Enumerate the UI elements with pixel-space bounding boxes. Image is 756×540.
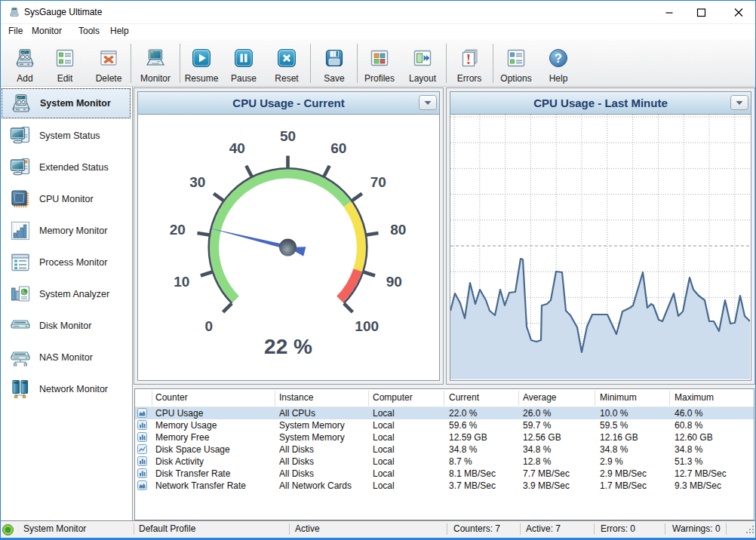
svg-text:22 %: 22 %	[264, 335, 312, 358]
svg-text:50: 50	[280, 128, 296, 144]
svg-text:40: 40	[229, 140, 245, 156]
svg-text:100: 100	[355, 318, 379, 334]
svg-text:10: 10	[174, 274, 189, 290]
svg-text:0: 0	[205, 318, 214, 334]
svg-text:90: 90	[386, 274, 402, 290]
svg-text:80: 80	[390, 222, 406, 238]
svg-text:30: 30	[189, 174, 205, 190]
svg-text:?: ?	[555, 52, 562, 65]
svg-text:70: 70	[370, 174, 386, 190]
svg-text:60: 60	[330, 140, 346, 156]
svg-text:20: 20	[170, 222, 186, 238]
svg-text:!: !	[466, 51, 471, 67]
